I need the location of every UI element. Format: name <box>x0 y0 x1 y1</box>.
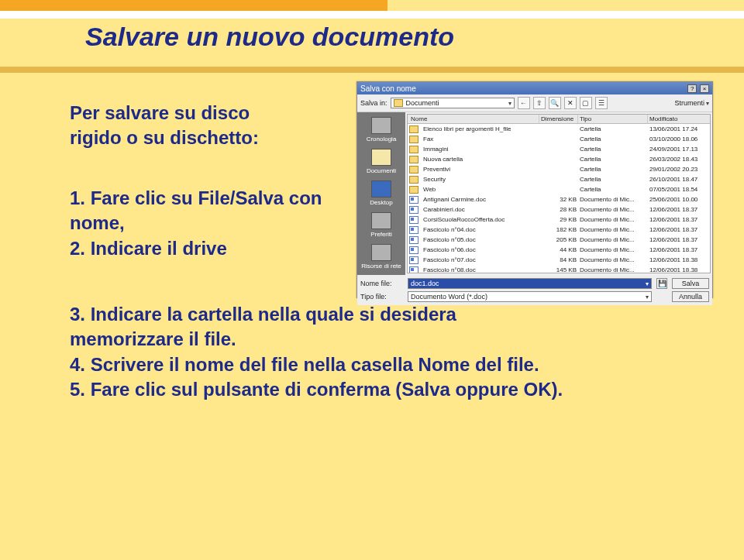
filename-input[interactable]: doc1.doc ▾ <box>408 278 652 289</box>
file-row[interactable]: Fascicolo n°06.doc44 KBDocumento di Mic.… <box>408 245 710 255</box>
file-name: Fascicolo n°05.doc <box>420 235 539 244</box>
file-name: Elenco libri per argomenti H_file <box>420 125 539 133</box>
document-icon <box>409 246 418 254</box>
cancel-button[interactable]: Annulla <box>672 291 709 302</box>
filetype-dropdown[interactable]: Documento Word (*.doc) ▾ <box>408 291 652 302</box>
file-type: Cartella <box>578 125 648 133</box>
file-name: Web <box>420 185 539 194</box>
file-type: Cartella <box>578 155 648 163</box>
file-row[interactable]: Fascicolo n°08.doc145 KBDocumento di Mic… <box>408 265 710 273</box>
step-3b: memorizzare il file. <box>70 327 674 352</box>
file-name: Fascicolo n°07.doc <box>420 256 539 264</box>
folder-icon <box>409 176 418 184</box>
file-type: Documento di Mic... <box>578 235 648 244</box>
file-type: Documento di Mic... <box>578 215 648 224</box>
file-name: Immagini <box>420 145 539 153</box>
file-row[interactable]: ImmaginiCartella24/09/2001 17.13 <box>408 144 710 154</box>
intro-line-1: Per salvare su disco <box>70 101 349 125</box>
file-type: Cartella <box>578 145 648 153</box>
dialog-bottom: Nome file: doc1.doc ▾ 💾 Salva Tipo file:… <box>357 275 712 305</box>
file-size: 29 KB <box>539 215 578 224</box>
tools-menu[interactable]: Strumenti ▾ <box>674 99 709 107</box>
new-folder-button[interactable]: ▢ <box>580 97 592 109</box>
file-row[interactable]: Nuova cartellaCartella26/03/2002 18.43 <box>408 154 710 164</box>
file-modified: 12/06/2001 18.37 <box>648 246 710 254</box>
sidebar-label: Risorse di rete <box>361 263 401 270</box>
file-row[interactable]: WebCartella07/05/2001 18.54 <box>408 184 710 194</box>
help-button[interactable]: ? <box>687 84 697 93</box>
views-button[interactable]: ☰ <box>595 97 608 109</box>
sidebar-item-documenti[interactable]: Documenti <box>367 149 396 174</box>
file-modified: 29/01/2002 20.23 <box>648 165 710 173</box>
step-3a: 3. Indicare la cartella nella quale si d… <box>70 302 674 327</box>
places-sidebar: Cronologia Documenti Desktop Preferiti R… <box>357 112 405 275</box>
filename-value: doc1.doc <box>411 280 439 287</box>
file-row[interactable]: Fascicolo n°05.doc205 KBDocumento di Mic… <box>408 235 710 245</box>
file-size <box>539 169 578 170</box>
save-icon-button[interactable]: 💾 <box>656 278 667 289</box>
file-row[interactable]: Fascicolo n°04.doc182 KBDocumento di Mic… <box>408 225 710 235</box>
file-row[interactable]: CorsiScuolaRoccoOfferta.doc29 KBDocument… <box>408 215 710 225</box>
delete-button[interactable]: ✕ <box>564 97 577 109</box>
file-row[interactable]: FaxCartella03/10/2000 18.06 <box>408 134 710 144</box>
col-size[interactable]: Dimensione <box>539 115 578 123</box>
intro-text: Per salvare su disco rigido o su dischet… <box>70 101 349 151</box>
col-name[interactable]: Nome <box>408 115 539 123</box>
file-modified: 24/09/2001 17.13 <box>648 145 710 153</box>
col-type[interactable]: Tipo <box>578 115 648 123</box>
file-type: Documento di Mic... <box>578 205 648 214</box>
document-icon <box>409 266 418 274</box>
search-button[interactable]: 🔍 <box>549 97 561 109</box>
file-size: 28 KB <box>539 205 578 214</box>
chevron-down-icon: ▾ <box>706 100 709 107</box>
file-modified: 12/06/2001 18.37 <box>648 205 710 214</box>
chevron-down-icon: ▾ <box>646 294 649 301</box>
save-in-value: Documenti <box>406 99 439 107</box>
history-icon <box>371 117 391 134</box>
arrow-up-folder-icon: ⇧ <box>536 99 542 107</box>
folder-icon <box>409 136 418 143</box>
save-button[interactable]: Salva <box>672 278 709 289</box>
sidebar-item-desktop[interactable]: Desktop <box>370 180 392 206</box>
file-size: 205 KB <box>539 235 578 244</box>
file-name: Fax <box>420 135 539 143</box>
sidebar-label: Preferiti <box>370 231 392 238</box>
document-icon <box>409 206 418 214</box>
file-name: Nuova cartella <box>420 155 539 163</box>
file-name: Fascicolo n°06.doc <box>420 246 539 254</box>
file-modified: 12/06/2001 18.38 <box>648 256 710 264</box>
tools-label: Strumenti <box>674 99 704 107</box>
file-row[interactable]: SecurityCartella26/10/2001 18.47 <box>408 174 710 184</box>
step-5: 5. Fare clic sul pulsante di conferma (S… <box>70 377 674 402</box>
file-row[interactable]: Fascicolo n°07.doc84 KBDocumento di Mic.… <box>408 255 710 265</box>
file-modified: 13/06/2001 17.24 <box>648 125 710 133</box>
up-button[interactable]: ⇧ <box>533 97 546 109</box>
file-size <box>539 139 578 140</box>
dialog-title: Salva con nome <box>360 84 416 93</box>
file-row[interactable]: PreventiviCartella29/01/2002 20.23 <box>408 164 710 174</box>
close-button[interactable]: × <box>700 84 709 93</box>
step-1: 1. Fare clic su File/Salva con nome, <box>70 186 380 236</box>
file-row[interactable]: Carabinieri.doc28 KBDocumento di Mic...1… <box>408 204 710 215</box>
save-in-dropdown[interactable]: Documenti ▾ <box>391 98 515 108</box>
step-4: 4. Scrivere il nome del file nella casel… <box>70 352 674 377</box>
file-name: CorsiScuolaRoccoOfferta.doc <box>420 215 539 224</box>
network-icon <box>371 244 391 261</box>
col-modified[interactable]: Modificato <box>648 115 710 123</box>
sidebar-item-preferiti[interactable]: Preferiti <box>370 212 392 238</box>
file-type: Documento di Mic... <box>578 246 648 254</box>
file-modified: 12/06/2001 18.37 <box>648 215 710 224</box>
file-type: Documento di Mic... <box>578 225 648 234</box>
file-row[interactable]: Antignani Carmine.doc32 KBDocumento di M… <box>408 194 710 204</box>
file-name: Security <box>420 175 539 184</box>
file-modified: 12/06/2001 18.37 <box>648 225 710 234</box>
sidebar-item-risorse[interactable]: Risorse di rete <box>361 244 401 270</box>
document-icon <box>409 216 418 224</box>
file-size: 44 KB <box>539 246 578 254</box>
file-modified: 12/06/2001 18.38 <box>648 266 710 273</box>
file-row[interactable]: Elenco libri per argomenti H_fileCartell… <box>408 124 710 134</box>
sidebar-item-cronologia[interactable]: Cronologia <box>367 117 397 143</box>
file-name: Fascicolo n°04.doc <box>420 225 539 234</box>
views-icon: ☰ <box>598 99 604 107</box>
back-button[interactable]: ← <box>518 97 530 109</box>
